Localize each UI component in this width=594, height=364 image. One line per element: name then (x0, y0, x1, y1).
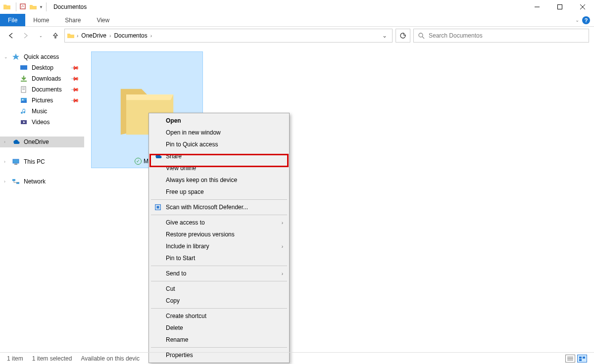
properties-qat-icon[interactable] (19, 3, 27, 11)
chevron-right-icon[interactable]: › (149, 33, 153, 39)
shield-icon (154, 203, 162, 211)
folder-icon (67, 32, 75, 40)
menu-item-scan-defender[interactable]: Scan with Microsoft Defender... (150, 201, 288, 213)
sidebar-item-quick-access[interactable]: ⌄ Quick access (0, 51, 84, 62)
sync-status-icon: ✓ (135, 158, 142, 165)
menu-item-give-access[interactable]: Give access to› (150, 217, 288, 228)
status-item-count: 1 item (7, 355, 23, 362)
sidebar-item-label: Music (32, 108, 47, 115)
svg-rect-25 (579, 359, 582, 361)
chevron-down-icon[interactable]: ⌄ (4, 54, 8, 59)
videos-icon (20, 118, 28, 126)
forward-button[interactable] (20, 30, 32, 42)
menu-item-free-up-space[interactable]: Free up space (150, 186, 288, 198)
search-box[interactable] (413, 29, 589, 43)
chevron-right-icon[interactable]: › (108, 33, 112, 39)
separator (16, 2, 16, 11)
menu-item-open[interactable]: Open (150, 115, 288, 127)
sidebar-item-network[interactable]: › Network (0, 176, 84, 187)
network-icon (12, 178, 20, 185)
menu-item-restore-versions[interactable]: Restore previous versions (150, 228, 288, 240)
chevron-right-icon: › (282, 244, 283, 249)
sidebar-item-onedrive[interactable]: › OneDrive (0, 136, 84, 147)
address-dropdown[interactable]: ⌄ (379, 32, 390, 39)
view-tab[interactable]: View (89, 14, 117, 26)
breadcrumb-documentos[interactable]: Documentos (112, 32, 149, 39)
sidebar-item-label: Documents (32, 86, 62, 93)
menu-item-copy[interactable]: Copy (150, 295, 288, 307)
main-body: ⌄ Quick access Desktop 📌 Downloads 📌 Doc… (0, 45, 594, 351)
menu-item-create-shortcut[interactable]: Create shortcut (150, 310, 288, 322)
sidebar-item-label: Desktop (32, 64, 53, 71)
menu-item-rename[interactable]: Rename (150, 334, 288, 346)
svg-line-6 (422, 37, 424, 39)
menu-item-send-to[interactable]: Send to› (150, 268, 288, 279)
menu-item-share[interactable]: Share (150, 150, 288, 162)
sidebar-item-pictures[interactable]: Pictures 📌 (0, 95, 84, 106)
menu-item-include-library[interactable]: Include in library› (150, 240, 288, 252)
sidebar-item-documents[interactable]: Documents 📌 (0, 84, 84, 95)
desktop-icon (20, 64, 28, 72)
chevron-right-icon[interactable]: › (4, 139, 5, 144)
sidebar-item-label: Videos (32, 119, 50, 126)
chevron-down-icon[interactable]: ⌄ (575, 17, 579, 23)
separator (151, 199, 287, 200)
back-button[interactable] (5, 30, 17, 42)
ribbon: File Home Share View ⌄ ? (0, 14, 594, 27)
menu-item-view-online[interactable]: View online (150, 162, 288, 174)
sidebar-item-downloads[interactable]: Downloads 📌 (0, 73, 84, 84)
refresh-button[interactable] (396, 29, 410, 43)
pin-icon: 📌 (70, 95, 79, 105)
menu-item-delete[interactable]: Delete (150, 322, 288, 334)
navigation-pane: ⌄ Quick access Desktop 📌 Downloads 📌 Doc… (0, 45, 84, 351)
chevron-right-icon[interactable]: › (4, 159, 5, 164)
recent-dropdown[interactable]: ⌄ (35, 30, 47, 42)
folder-icon (3, 3, 11, 11)
pin-icon: 📌 (70, 74, 79, 83)
sidebar-item-desktop[interactable]: Desktop 📌 (0, 62, 84, 73)
menu-item-pin-start[interactable]: Pin to Start (150, 252, 288, 264)
qat-dropdown-icon[interactable]: ▼ (39, 5, 43, 9)
downloads-icon (20, 75, 28, 83)
sidebar-item-videos[interactable]: Videos (0, 117, 84, 128)
close-button[interactable] (571, 0, 594, 14)
separator (151, 215, 287, 215)
icons-view-button[interactable] (577, 355, 587, 363)
sidebar-item-label: OneDrive (24, 138, 49, 145)
maximize-button[interactable] (548, 0, 571, 14)
window-title: Documentos (53, 3, 87, 10)
sidebar-item-music[interactable]: Music (0, 106, 84, 117)
address-bar[interactable]: › OneDrive › Documentos › ⌄ (64, 29, 393, 43)
star-icon (12, 53, 20, 61)
breadcrumb-onedrive[interactable]: OneDrive (79, 32, 108, 39)
chevron-right-icon: › (282, 220, 283, 226)
pc-icon (12, 158, 20, 166)
onedrive-icon (12, 138, 20, 146)
sidebar-item-label: Pictures (32, 97, 53, 104)
file-tab[interactable]: File (0, 14, 25, 26)
sidebar-item-label: Downloads (32, 75, 61, 82)
chevron-right-icon[interactable]: › (76, 33, 79, 39)
search-input[interactable] (429, 32, 585, 39)
titlebar: ▼ Documentos (0, 0, 594, 14)
chevron-right-icon[interactable]: › (4, 179, 5, 184)
separator (151, 308, 287, 309)
up-button[interactable] (50, 30, 61, 42)
svg-rect-15 (13, 159, 19, 163)
music-icon (20, 107, 28, 115)
menu-item-pin-quick-access[interactable]: Pin to Quick access (150, 138, 288, 150)
share-tab[interactable]: Share (57, 14, 89, 26)
menu-item-cut[interactable]: Cut (150, 283, 288, 295)
separator (151, 266, 287, 266)
pictures-icon (20, 96, 28, 104)
folder-qat-icon[interactable] (29, 3, 37, 11)
home-tab[interactable]: Home (25, 14, 57, 26)
details-view-button[interactable] (565, 355, 575, 363)
svg-rect-0 (20, 4, 25, 9)
menu-item-open-new-window[interactable]: Open in new window (150, 127, 288, 138)
sidebar-item-this-pc[interactable]: › This PC (0, 156, 84, 167)
menu-item-always-keep[interactable]: Always keep on this device (150, 174, 288, 186)
minimize-button[interactable] (526, 0, 548, 14)
documents-icon (20, 86, 28, 93)
help-icon[interactable]: ? (582, 16, 590, 24)
